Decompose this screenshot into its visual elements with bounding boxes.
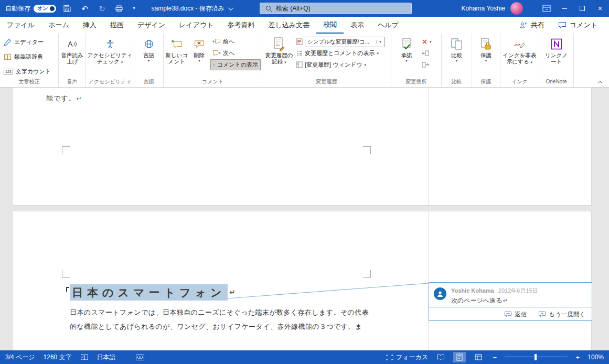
comment-header: Yoshie Kohama 2012年6月15日	[451, 287, 538, 295]
body-text-line[interactable]: 日本のスマートフォンでは、日本独自のニーズにそぐった端末が数多く存在します。その…	[70, 308, 369, 317]
next-comment-button[interactable]: 次へ	[210, 48, 261, 59]
tab-design[interactable]: デザイン	[131, 17, 172, 34]
keyboard-icon	[136, 355, 144, 360]
tab-view[interactable]: 表示	[344, 17, 371, 34]
page3-text-line[interactable]: 能です。↵	[46, 94, 82, 103]
next-change-button[interactable]	[420, 59, 437, 70]
close-button[interactable]: ×	[591, 0, 609, 17]
redo-button[interactable]: ↻	[95, 2, 108, 15]
tab-mailings[interactable]: 差し込み文書	[262, 17, 317, 34]
read-aloud-button[interactable]: 音声読み上げ	[60, 35, 84, 65]
title-dropdown-chevron-icon[interactable]	[228, 5, 233, 10]
selected-heading[interactable]: 日本のスマートフォン	[70, 284, 228, 301]
maximize-button[interactable]	[573, 0, 591, 17]
ribbon-tab-row: ファイル ホーム 挿入 描画 デザイン レイアウト 参考資料 差し込み文書 校閲…	[0, 17, 609, 34]
language-label: 言語	[143, 52, 154, 58]
read-mode-button[interactable]	[434, 352, 447, 362]
focus-mode-button[interactable]: フォーカス	[386, 353, 428, 362]
reviewing-pane-button[interactable]: [変更履歴] ウィンドウ ▾	[296, 59, 389, 70]
zoom-slider[interactable]	[505, 354, 568, 360]
reject-x-icon	[422, 39, 428, 45]
web-layout-button[interactable]	[472, 352, 485, 362]
page-indicator[interactable]: 3/4 ページ	[5, 353, 35, 362]
group-label-compare: 比較	[442, 78, 472, 87]
zoom-out-button[interactable]: −	[491, 354, 498, 361]
language-indicator[interactable]: 日本語	[97, 353, 116, 362]
accessibility-check-button[interactable]: アクセシビリティ チェック ▾	[87, 35, 133, 66]
protect-button[interactable]: 保護 ▾	[475, 35, 498, 63]
combo-dropdown-chevron-icon[interactable]: ▾	[376, 40, 384, 44]
account-area[interactable]: Kohama Yoshie	[462, 2, 523, 15]
save-button[interactable]	[61, 2, 73, 15]
comments-button[interactable]: コメント	[553, 18, 603, 32]
minimize-button[interactable]	[555, 0, 573, 17]
document-canvas: 能です。↵ 日本のスマートフォン ↵ 日本のスマートフォンでは、日本独自のニーズ…	[0, 88, 609, 350]
compare-button[interactable]: 比較 ▾	[445, 35, 469, 63]
autosave-toggle[interactable]: 自動保存 オン	[5, 4, 56, 13]
tab-home[interactable]: ホーム	[41, 17, 76, 34]
share-button[interactable]: 共有	[515, 18, 550, 32]
tab-draw[interactable]: 描画	[103, 17, 131, 34]
word-count-button[interactable]: 123 文字カウント	[1, 65, 54, 78]
linked-notes-button[interactable]: リンクノート	[544, 35, 569, 65]
compare-label: 比較	[451, 52, 462, 58]
tab-insert[interactable]: 挿入	[76, 17, 103, 34]
globe-icon	[144, 36, 154, 52]
collapse-ribbon-button[interactable]	[597, 81, 603, 84]
undo-button[interactable]: ↶	[78, 2, 91, 15]
page-3[interactable]	[12, 88, 592, 206]
new-comment-button[interactable]: 新しいコメント	[165, 35, 188, 65]
previous-comment-icon	[212, 38, 221, 45]
user-avatar[interactable]	[510, 2, 523, 15]
zoom-slider-thumb[interactable]	[535, 354, 537, 360]
tab-review[interactable]: 校閲	[316, 17, 344, 34]
tab-file[interactable]: ファイル	[0, 17, 41, 34]
body-text-line[interactable]: 的な機能としてあげられるのが、ワンセグ、おサイフケータイ、赤外線機能の３つです。…	[70, 322, 362, 331]
display-for-review-combo[interactable]: シンプルな変更履歴/コ... ▾	[305, 37, 384, 47]
group-speech: 音声読み上げ 音声	[59, 34, 86, 87]
tab-references[interactable]: 参考資料	[221, 17, 262, 34]
reply-bubble-icon	[504, 311, 512, 318]
proofing-status-button[interactable]	[80, 354, 89, 360]
show-markup-button[interactable]: 変更履歴とコメントの表示 ▾	[296, 48, 389, 59]
paragraph-mark: ↵	[229, 288, 236, 296]
word-count-label: 文字カウント	[16, 68, 51, 76]
reply-button[interactable]: 返信	[504, 311, 527, 318]
thesaurus-button[interactable]: 類義語辞典	[1, 50, 46, 63]
zoom-in-button[interactable]: +	[574, 354, 581, 361]
accept-button[interactable]: 承諾 ▾	[395, 35, 418, 63]
word-count-indicator[interactable]: 1260 文字	[44, 353, 72, 362]
previous-change-button[interactable]	[420, 48, 437, 59]
customize-qat-chevron-icon[interactable]: ▾	[130, 2, 137, 15]
autosave-pill[interactable]: オン	[34, 5, 56, 13]
print-layout-icon	[456, 354, 463, 361]
tab-help[interactable]: ヘルプ	[371, 17, 405, 34]
reject-button[interactable]: ▾	[420, 36, 437, 47]
ribbon-display-options-button[interactable]	[538, 0, 555, 17]
language-button[interactable]: 言語 ▾	[136, 35, 162, 63]
accept-label: 承諾	[401, 52, 412, 58]
tab-layout[interactable]: レイアウト	[172, 17, 221, 34]
track-changes-button[interactable]: 変更履歴の記録 ▾	[264, 35, 294, 66]
chevron-down-icon: ▾	[198, 59, 200, 63]
show-markup-label: 変更履歴とコメントの表示	[305, 49, 375, 57]
print-button[interactable]	[113, 2, 125, 15]
hide-ink-button[interactable]: インクを非表示にする ▾	[502, 35, 538, 66]
autosave-label: 自動保存	[5, 4, 30, 13]
group-language: 言語 ▾ 言語	[134, 34, 164, 87]
next-comment-icon	[212, 50, 221, 57]
show-comments-label: コメントの表示	[217, 61, 258, 69]
editor-button[interactable]: エディター	[1, 36, 46, 49]
zoom-level[interactable]: 100%	[587, 354, 604, 361]
delete-comment-button[interactable]: 削除 ▾	[190, 35, 209, 63]
comment-card[interactable]: Yoshie Kohama 2012年6月15日 次のページへ送る↵ 返信	[429, 282, 592, 321]
group-label-speech: 音声	[59, 78, 86, 87]
group-ink: インクを非表示にする ▾ インク	[500, 34, 539, 87]
input-mode-button[interactable]	[136, 355, 144, 360]
reopen-button[interactable]: もう一度開く	[538, 311, 585, 318]
show-comments-button[interactable]: コメントの表示	[210, 59, 261, 70]
search-box[interactable]: 検索 (Alt+Q)	[260, 3, 412, 14]
print-layout-button[interactable]	[453, 352, 466, 362]
previous-comment-button[interactable]: 前へ	[210, 36, 261, 47]
next-comment-label: 次へ	[223, 49, 234, 57]
